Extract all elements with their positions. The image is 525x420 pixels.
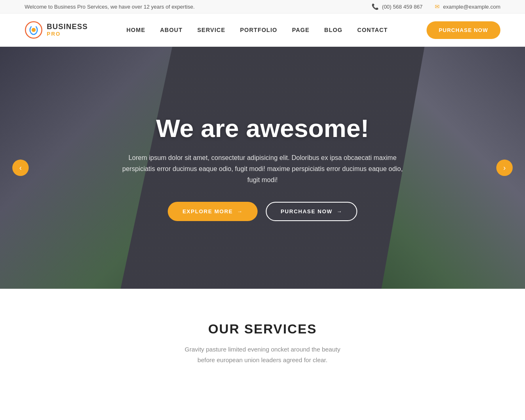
nav-about[interactable]: ABOUT [160,27,183,33]
hero-purchase-button[interactable]: PURCHASE NOW → [266,202,357,221]
top-bar-contact: 📞 (00) 568 459 867 ✉ example@example.com [372,3,500,10]
main-nav: HOME ABOUT SERVICE PORTFOLIO PAGE BLOG C… [126,27,388,33]
logo-icon [25,21,43,39]
top-bar: Welcome to Business Pro Services, we hav… [0,0,525,14]
logo: BUSINESS PRO [25,21,88,39]
hero-section: ‹ We are awesome! Lorem ipsum dolor sit … [0,47,525,289]
services-section: OUR SERVICES Gravity pasture limited eve… [0,289,525,390]
nav-contact[interactable]: CONTACT [357,27,388,33]
arrow-right-icon-outline: → [337,208,343,215]
nav-home[interactable]: HOME [126,27,145,33]
hero-title: We are awesome! [119,114,406,142]
nav-blog[interactable]: BLOG [324,27,342,33]
email-item: ✉ example@example.com [435,3,500,10]
phone-icon: 📞 [372,3,379,10]
hero-subtitle: Lorem ipsum dolor sit amet, consectetur … [119,152,406,186]
header-purchase-button[interactable]: PURCHASE NOW [427,21,500,39]
nav-portfolio[interactable]: PORTFOLIO [240,27,277,33]
logo-business: BUSINESS [47,23,88,31]
phone-item: 📞 (00) 568 459 867 [372,3,422,10]
email-address: example@example.com [443,4,500,10]
hero-prev-button[interactable]: ‹ [12,160,29,176]
chevron-left-icon: ‹ [19,164,22,172]
hero-content: We are awesome! Lorem ipsum dolor sit am… [111,114,414,221]
hero-buttons: EXPLORE MORE → PURCHASE NOW → [119,202,406,221]
nav-service[interactable]: SERVICE [197,27,225,33]
chevron-right-icon: › [503,164,506,172]
welcome-text: Welcome to Business Pro Services, we hav… [25,4,195,10]
logo-text: BUSINESS PRO [47,23,88,37]
services-title: OUR SERVICES [25,322,500,337]
phone-number: (00) 568 459 867 [382,4,422,10]
services-subtitle: Gravity pasture limited evening oncket a… [180,344,345,365]
logo-pro: PRO [47,31,88,37]
header: BUSINESS PRO HOME ABOUT SERVICE PORTFOLI… [0,14,525,47]
nav-page[interactable]: PAGE [292,27,310,33]
hero-next-button[interactable]: › [496,160,513,176]
arrow-right-icon: → [237,208,243,215]
email-icon: ✉ [435,3,440,10]
svg-point-1 [32,28,36,32]
explore-more-button[interactable]: EXPLORE MORE → [168,202,258,221]
